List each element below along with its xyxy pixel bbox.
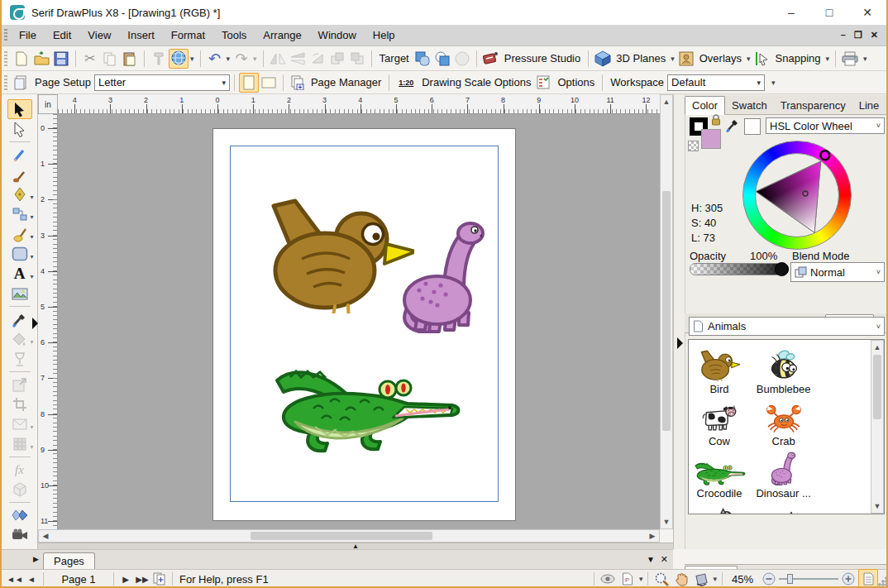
h-ruler[interactable]: 43210123456789101112	[58, 94, 660, 114]
menu-insert[interactable]: Insert	[119, 26, 163, 44]
opacity-slider[interactable]	[690, 263, 789, 275]
pressure-studio-label[interactable]: Pressure Studio	[501, 52, 585, 65]
landscape-icon[interactable]	[259, 73, 279, 93]
page-manager-icon[interactable]	[288, 73, 308, 93]
transparency-tool[interactable]	[7, 349, 32, 369]
undo-dropdown-icon[interactable]: ▾	[225, 55, 232, 63]
hsl-color-wheel[interactable]	[742, 141, 852, 250]
overlays-icon[interactable]	[676, 49, 696, 69]
pagesbar-menu-icon[interactable]: ▼	[647, 555, 655, 564]
color-mode-dropdown-icon[interactable]: ˅	[873, 122, 881, 130]
undo-icon[interactable]: ↶	[205, 49, 225, 69]
pan-tool-icon[interactable]	[671, 569, 691, 588]
preview-mode-dropdown-icon[interactable]: ▾	[637, 575, 645, 583]
toolbar-grip[interactable]	[4, 51, 7, 66]
rotate-icon[interactable]	[308, 49, 327, 69]
rotate-canvas-icon[interactable]	[691, 569, 711, 588]
canvas-h-scrollbar[interactable]: ◀ ▶	[38, 529, 660, 543]
page-setup-icon[interactable]	[12, 73, 31, 93]
format-painter-icon[interactable]	[149, 49, 169, 69]
first-page-icon[interactable]: ◄◄	[7, 575, 23, 584]
rotate-canvas-dropdown-icon[interactable]: ▾	[711, 575, 719, 583]
preview-mode-icon[interactable]: P	[618, 569, 637, 588]
h-scroll-thumb[interactable]	[251, 532, 432, 540]
gallery-category-dropdown-icon[interactable]: ˅	[873, 323, 881, 331]
print-icon[interactable]	[840, 49, 860, 69]
page-setup-label[interactable]: Page Setup	[31, 76, 94, 88]
blend-mode-dropdown-icon[interactable]: ˅	[873, 268, 881, 276]
tab-color[interactable]: Color	[685, 96, 725, 115]
flip-horizontal-icon[interactable]	[268, 49, 288, 69]
gallery-list[interactable]: Bird Bumblebee Cow Crab Crocodile Dinosa…	[688, 339, 885, 514]
gallery-item-crab[interactable]: Crab	[753, 395, 814, 447]
color-picker-tool[interactable]	[7, 309, 32, 329]
previous-color-chip[interactable]	[744, 118, 761, 135]
color-eyedropper-icon[interactable]	[726, 117, 741, 132]
drawing-crocodile[interactable]	[265, 362, 464, 453]
no-fill-swatch[interactable]	[688, 141, 699, 151]
options-label[interactable]: Options	[554, 76, 598, 88]
tab-swatch[interactable]: Swatch	[725, 97, 774, 114]
3d-planes-label[interactable]: 3D Planes	[613, 52, 669, 65]
node-tool[interactable]	[7, 119, 32, 139]
last-page-icon[interactable]: ▶▶	[134, 575, 150, 584]
quick-shape-tool[interactable]: ▾	[7, 244, 32, 264]
doc-restore-icon[interactable]: ❐	[854, 30, 862, 41]
fill-color-swatch[interactable]	[701, 129, 721, 149]
gallery-item-dog[interactable]: Dog	[689, 500, 750, 514]
hyperlink-globe-icon[interactable]	[169, 49, 189, 69]
menu-tools[interactable]: Tools	[213, 26, 255, 44]
connector-tool[interactable]: ▾	[7, 204, 32, 224]
v-ruler[interactable]: 01234567891011	[38, 114, 58, 529]
gallery-category-combo[interactable]: Animals ˅	[689, 317, 885, 336]
document-page[interactable]	[212, 128, 516, 521]
flip-vertical-icon[interactable]	[288, 49, 308, 69]
lock-icon[interactable]	[711, 114, 721, 126]
snapping-icon[interactable]	[752, 49, 772, 69]
pencil-tool[interactable]	[7, 145, 32, 165]
fit-page-icon[interactable]	[858, 569, 878, 588]
menu-edit[interactable]: Edit	[45, 26, 79, 44]
canvas-area[interactable]	[58, 114, 660, 529]
snapping-label[interactable]: Snapping	[772, 52, 824, 65]
gallery-item-donkey[interactable]: Donkey	[753, 500, 814, 514]
pen-tool[interactable]: ▾	[7, 184, 32, 204]
scroll-up-icon[interactable]: ▲	[661, 96, 672, 108]
menu-file[interactable]: File	[11, 26, 45, 44]
gallery-item-bird[interactable]: Bird	[689, 343, 750, 395]
drawing-bird[interactable]	[265, 198, 414, 313]
crop-tool[interactable]	[7, 394, 32, 414]
options-icon[interactable]	[534, 73, 554, 93]
table-tool[interactable]: ▾	[7, 434, 32, 454]
panel-collapse-arrow[interactable]	[676, 337, 684, 349]
pointer-tool[interactable]	[7, 99, 32, 119]
scroll-right-icon[interactable]: ▶	[647, 530, 658, 542]
page-manager-label[interactable]: Page Manager	[308, 76, 384, 88]
animation-tool[interactable]	[7, 525, 32, 545]
zoom-in-icon[interactable]	[838, 569, 858, 588]
v-scroll-thumb[interactable]	[662, 191, 671, 431]
color-mode-combo[interactable]: HSL Color Wheel ˅	[766, 117, 885, 134]
pagesbar-close-icon[interactable]: ✕	[661, 554, 668, 565]
copy-icon[interactable]	[100, 49, 120, 69]
gallery-item-crocodile[interactable]: Crocodile	[689, 447, 750, 500]
3d-tool[interactable]	[7, 480, 32, 500]
send-backward-icon[interactable]	[347, 49, 367, 69]
open-icon[interactable]	[31, 49, 51, 69]
page-size-combo[interactable]: Letter ▾	[94, 74, 230, 91]
add-page-icon[interactable]	[150, 569, 169, 588]
workspace-combo[interactable]: Default ▾	[667, 74, 765, 91]
preview-eye-icon[interactable]	[598, 569, 618, 588]
panel-splitter[interactable]	[673, 94, 685, 549]
maximize-icon[interactable]: □	[810, 6, 848, 19]
overlays-label[interactable]: Overlays	[696, 52, 745, 65]
redo-dropdown-icon[interactable]: ▾	[251, 55, 259, 63]
portrait-icon[interactable]	[239, 73, 259, 93]
paste-icon[interactable]	[120, 49, 140, 69]
menubar-grip[interactable]	[4, 29, 7, 42]
pagesbar-expand-icon[interactable]: ▶	[33, 555, 39, 563]
menu-arrange[interactable]: Arrange	[255, 26, 309, 44]
scroll-down-icon[interactable]: ▼	[661, 516, 672, 528]
zoom-out-icon[interactable]	[759, 569, 779, 588]
3d-planes-dropdown-icon[interactable]: ▾	[669, 55, 676, 63]
